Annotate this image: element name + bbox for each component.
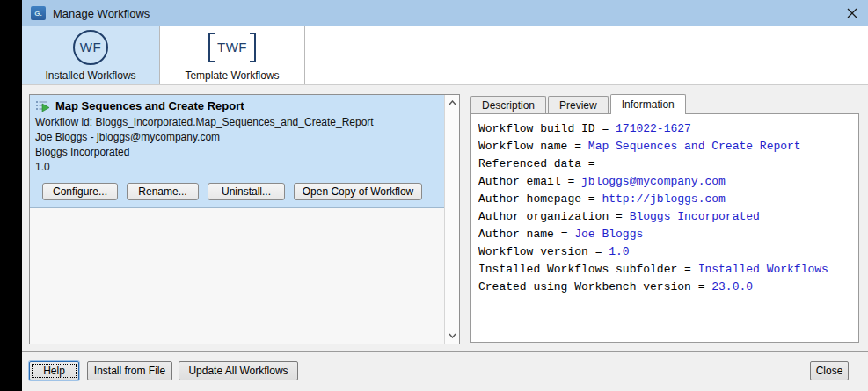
title-bar: G. Manage Workflows [22, 0, 868, 26]
info-property-key: Author name [478, 228, 554, 241]
equals-sign: = [567, 140, 587, 153]
workflow-version: 1.0 [35, 160, 437, 175]
tab-template-workflows[interactable]: TWF Template Workflows [160, 26, 305, 84]
info-property-key: Workflow name [478, 140, 567, 153]
info-property-key: Author email [478, 175, 561, 188]
tab-installed-workflows[interactable]: WF Installed Workflows [22, 26, 160, 84]
tab-information[interactable]: Information [610, 94, 686, 114]
equals-sign: = [561, 175, 581, 188]
help-button[interactable]: Help [29, 361, 79, 380]
info-properties: Workflow build ID = 171022-1627 Workflow… [478, 120, 851, 296]
main-tab-strip: WF Installed Workflows TWF Template Work… [22, 26, 868, 85]
info-property-row: Workflow name = Map Sequences and Create… [478, 138, 851, 156]
info-property-row: Created using Workbench version = 23.0.0 [478, 279, 851, 296]
scroll-up-arrow-icon[interactable] [445, 96, 459, 110]
bracket-left [208, 33, 215, 62]
info-property-row: Workflow version = 1.0 [478, 243, 851, 261]
info-property-row: Author name = Joe Bloggs [478, 226, 851, 243]
workflow-author-line: Joe Bloggs - jbloggs@mycompany.com [35, 130, 437, 145]
open-copy-of-workflow-button[interactable]: Open Copy of Workflow [294, 183, 422, 200]
equals-sign: = [581, 157, 602, 170]
info-property-value: Map Sequences and Create Report [588, 140, 801, 153]
info-property-value: 171022-1627 [616, 122, 691, 135]
workflow-id-line: Workflow id: Bloggs_Incorporated.Map_Seq… [35, 115, 437, 130]
template-workflows-icon: TWF [208, 30, 256, 65]
uninstall-button[interactable]: Uninstall... [208, 183, 285, 200]
info-property-value: jbloggs@mycompany.com [581, 175, 726, 188]
info-property-row: Referenced data = [478, 156, 851, 173]
footer-bar: Help Install from File Update All Workfl… [22, 352, 868, 391]
information-content: Workflow build ID = 171022-1627 Workflow… [470, 113, 859, 343]
close-button[interactable]: Close [810, 361, 849, 380]
info-property-row: Workflow build ID = 171022-1627 [478, 120, 851, 138]
info-property-row: Installed Workflows subfolder = Installe… [478, 261, 851, 279]
info-property-key: Installed Workflows subfolder [478, 263, 677, 276]
info-property-row: Author homepage = http://jbloggs.com [478, 191, 851, 208]
info-property-value: Joe Bloggs [574, 228, 643, 241]
info-property-key: Author organization [478, 210, 609, 223]
equals-sign: = [609, 210, 629, 223]
info-property-value: 23.0.0 [711, 280, 753, 293]
info-property-key: Created using Workbench version [478, 280, 691, 293]
info-property-row: Author organization = Bloggs Incorporate… [478, 208, 851, 226]
window-close-button[interactable] [839, 0, 865, 26]
equals-sign: = [588, 245, 609, 258]
workflow-list-panel: Map Sequences and Create Report Workflow… [29, 94, 460, 344]
workflow-organization: Bloggs Incorporated [35, 145, 437, 160]
update-all-workflows-button[interactable]: Update All Workflows [179, 361, 298, 380]
info-property-value: 1.0 [609, 245, 629, 258]
workflow-details-panel: Description Preview Information Workflow… [470, 94, 859, 343]
info-property-value: Installed Workflows [698, 263, 828, 276]
manage-workflows-dialog: G. Manage Workflows WF Installed Workflo… [22, 0, 868, 391]
bracket-right [250, 33, 256, 62]
detail-tab-bar: Description Preview Information [470, 94, 859, 113]
tab-preview[interactable]: Preview [548, 96, 609, 113]
configure-button[interactable]: Configure... [42, 183, 118, 200]
info-property-key: Workflow version [478, 245, 588, 258]
app-icon: G. [31, 6, 46, 20]
workflow-list: Map Sequences and Create Report Workflow… [30, 95, 444, 344]
equals-sign: = [554, 228, 574, 241]
workflow-list-scrollbar[interactable] [444, 95, 459, 344]
tab-label: Template Workflows [185, 69, 279, 82]
scroll-down-arrow-icon[interactable] [445, 329, 459, 343]
equals-sign: = [677, 263, 697, 276]
info-property-key: Workflow build ID [478, 122, 595, 135]
install-from-file-button[interactable]: Install from File [87, 361, 172, 380]
equals-sign: = [691, 280, 711, 293]
workflow-list-item-selected[interactable]: Map Sequences and Create Report Workflow… [30, 95, 444, 208]
equals-sign: = [581, 192, 602, 206]
workflow-icon [35, 99, 50, 112]
equals-sign: = [595, 122, 616, 135]
tab-description[interactable]: Description [470, 96, 546, 113]
installed-workflows-icon: WF [73, 30, 108, 65]
info-property-value: Bloggs Incorporated [630, 210, 760, 223]
info-property-row: Author email = jbloggs@mycompany.com [478, 173, 851, 191]
workflow-name: Map Sequences and Create Report [55, 99, 244, 112]
rename-button[interactable]: Rename... [127, 183, 199, 200]
tab-label: Installed Workflows [45, 69, 135, 82]
info-property-key: Referenced data [478, 157, 581, 170]
window-title: Manage Workflows [53, 7, 150, 20]
info-property-key: Author homepage [478, 192, 581, 206]
info-property-value: http://jbloggs.com [602, 192, 725, 206]
close-icon [847, 8, 857, 18]
